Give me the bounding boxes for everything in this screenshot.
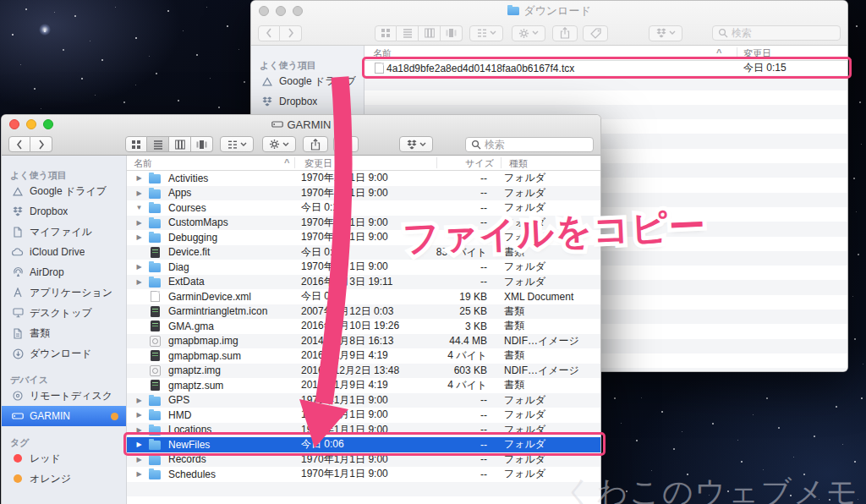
dropbox-button[interactable]	[399, 136, 433, 152]
search-input[interactable]	[732, 27, 835, 39]
file-row[interactable]: ▶Diag1970年1月1日 9:00--フォルダ	[127, 260, 600, 275]
disclosure-collapsed-icon[interactable]: ▶	[134, 219, 145, 227]
disclosure-collapsed-icon[interactable]: ▶	[134, 470, 145, 478]
diskimage-icon	[150, 336, 161, 347]
sidebar-item-google-drive[interactable]: Google ドライブ	[2, 181, 126, 201]
close-button[interactable]	[259, 6, 269, 16]
disclosure-collapsed-icon[interactable]: ▶	[134, 441, 145, 448]
column-header-name[interactable]: 名前	[373, 47, 392, 60]
disclosure-collapsed-icon[interactable]: ▶	[134, 233, 145, 241]
column-header-size[interactable]: サイズ	[441, 157, 494, 170]
file-row[interactable]: gmaptz.sum2016年1月9日 4:194 バイト書類	[127, 378, 600, 393]
column-header-modified[interactable]: 変更日	[304, 157, 332, 170]
forward-button[interactable]	[280, 25, 302, 41]
file-row[interactable]: ▶GPS1970年1月1日 9:00--フォルダ	[127, 393, 600, 408]
file-row[interactable]: ▶Locations1970年1月1日 9:00--フォルダ	[127, 423, 600, 438]
action-menu-button[interactable]	[262, 136, 296, 152]
arrange-button[interactable]	[469, 25, 503, 41]
file-kind: 書類	[492, 348, 600, 363]
titlebar-downloads[interactable]: ダウンロード	[251, 1, 847, 21]
disclosure-collapsed-icon[interactable]: ▶	[134, 189, 145, 197]
file-row[interactable]: Garmintriangletm.icon2007年9月12日 0:0325 K…	[127, 304, 600, 320]
disclosure-expanded-icon[interactable]: ▼	[134, 204, 145, 211]
sidebar-item-desktop[interactable]: デスクトップ	[2, 303, 126, 323]
minimize-button[interactable]	[276, 6, 286, 16]
date-modified: 1970年1月1日 9:00	[292, 408, 433, 422]
front-content: 名前 ^ 変更日 サイズ 種類 ▶Activities1970年1月1日 9:0…	[127, 156, 600, 504]
tag-icon	[590, 28, 601, 39]
disclosure-collapsed-icon[interactable]: ▶	[134, 263, 145, 271]
file-row[interactable]: ▶ExtData2016年1月3日 19:11--フォルダ	[127, 275, 600, 290]
column-header-modified[interactable]: 変更日	[743, 47, 771, 60]
search-input[interactable]	[485, 139, 588, 151]
file-kind: フォルダ	[492, 200, 600, 215]
sidebar-item-remote-disc[interactable]: リモートディスク	[2, 386, 126, 406]
disclosure-collapsed-icon[interactable]: ▶	[134, 278, 145, 286]
sidebar-item-label: マイファイル	[30, 225, 92, 239]
zoom-button[interactable]	[43, 119, 53, 129]
column-view-button[interactable]	[169, 136, 191, 152]
disclosure-collapsed-icon[interactable]: ▶	[134, 397, 145, 404]
sidebar-item-documents[interactable]: 書類	[2, 323, 126, 343]
sidebar-item-myfiles[interactable]: マイファイル	[2, 222, 126, 242]
column-header-kind[interactable]: 種類	[509, 157, 528, 170]
list-view-button[interactable]	[397, 25, 419, 41]
file-row[interactable]: gmapbmap.img2014年4月8日 16:1344.4 MBNDIF…イ…	[127, 334, 600, 349]
search-field[interactable]	[465, 137, 594, 152]
sidebar-item-google-drive[interactable]: Google ドライブ	[251, 71, 364, 91]
file-row[interactable]: GMA.gma2016年1月10日 19:263 KB書類	[127, 319, 600, 334]
coverflow-view-button[interactable]	[441, 25, 463, 41]
file-row[interactable]: ▼Courses今日 0:14--フォルダ	[127, 200, 600, 216]
file-row[interactable]: Device.fit今日 0:04830 バイト書類	[127, 245, 600, 260]
share-button[interactable]	[552, 25, 578, 41]
tag-button[interactable]	[333, 136, 359, 152]
file-row[interactable]: 4a18d9bfe2a8ed4d01418faa0b6167f4.tcx今日 0…	[364, 61, 847, 75]
column-view-button[interactable]	[419, 25, 441, 41]
share-button[interactable]	[303, 136, 328, 152]
sidebar-item-downloads[interactable]: ダウンロード	[2, 343, 126, 364]
sidebar-item-dropbox[interactable]: Dropbox	[251, 91, 364, 112]
back-button[interactable]	[8, 136, 30, 152]
action-menu-button[interactable]	[512, 25, 545, 41]
sidebar-item-airdrop[interactable]: AirDrop	[2, 262, 126, 282]
icon-view-button[interactable]	[125, 136, 147, 152]
titlebar-garmin[interactable]: GARMIN	[2, 115, 600, 134]
file-row[interactable]: ▶CustomMaps1970年1月1日 9:00--フォルダ	[127, 216, 600, 231]
disclosure-collapsed-icon[interactable]: ▶	[134, 456, 145, 463]
chevron-left-icon	[16, 140, 23, 150]
date-modified: 今日 0:04	[292, 245, 433, 260]
dropbox-button[interactable]	[649, 25, 682, 41]
sidebar-item-tag-red[interactable]: レッド	[2, 448, 126, 468]
sidebar-item-dropbox[interactable]: Dropbox	[2, 201, 126, 222]
sidebar-item-tag-orange[interactable]: オレンジ	[2, 468, 126, 489]
column-header-name[interactable]: 名前	[134, 157, 152, 170]
sidebar-item-external-drive[interactable]: GARMIN	[2, 406, 126, 426]
file-row[interactable]: ▶HMD1970年1月1日 9:00--フォルダ	[127, 408, 600, 423]
file-row[interactable]: ▶Records1970年1月1日 9:00--フォルダ	[127, 452, 600, 468]
close-button[interactable]	[9, 119, 19, 129]
icon-view-button[interactable]	[375, 25, 397, 41]
file-row[interactable]: GarminDevice.xml今日 0:0419 KBXML Document	[127, 289, 600, 304]
file-row[interactable]: ▶Activities1970年1月1日 9:00--フォルダ	[127, 171, 600, 186]
sidebar-item-icloud[interactable]: iCloud Drive	[2, 242, 126, 262]
sidebar-item-applications[interactable]: アプリケーション	[2, 282, 126, 303]
file-row[interactable]: ▶NewFiles今日 0:06--フォルダ	[127, 437, 600, 452]
disclosure-collapsed-icon[interactable]: ▶	[134, 174, 145, 182]
file-row[interactable]: gmapbmap.sum2016年1月9日 4:194 バイト書類	[127, 348, 600, 364]
zoom-button[interactable]	[293, 6, 303, 16]
coverflow-view-button[interactable]	[191, 136, 213, 152]
minimize-button[interactable]	[26, 119, 36, 129]
search-field[interactable]	[712, 25, 841, 41]
date-modified: 2014年4月8日 16:13	[292, 334, 433, 348]
file-row[interactable]: ▶Schedules1970年1月1日 9:00--フォルダ	[127, 467, 600, 482]
tag-button[interactable]	[583, 25, 608, 41]
file-row[interactable]: gmaptz.img2016年12月2日 13:48603 KBNDIF…イメー…	[127, 364, 600, 379]
forward-button[interactable]	[30, 136, 52, 152]
arrange-button[interactable]	[220, 136, 254, 152]
disclosure-collapsed-icon[interactable]: ▶	[134, 411, 145, 419]
back-button[interactable]	[258, 25, 280, 41]
disclosure-collapsed-icon[interactable]: ▶	[134, 426, 145, 434]
file-row[interactable]: ▶Apps1970年1月1日 9:00--フォルダ	[127, 186, 600, 201]
file-row[interactable]: ▶Debugging1970年1月1日 9:00--フォルダ	[127, 230, 600, 245]
list-view-button[interactable]	[147, 136, 169, 152]
